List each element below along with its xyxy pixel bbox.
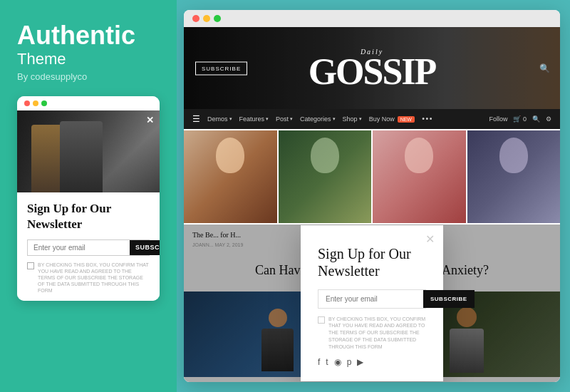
featured-image-2 <box>279 130 372 223</box>
theme-subtitle: Theme <box>17 50 160 68</box>
small-email-input[interactable] <box>28 240 130 255</box>
nav-more-dots[interactable]: ••• <box>422 114 433 125</box>
featured-image-3 <box>373 130 466 223</box>
nav-item-buynow[interactable]: Buy Now NEW <box>369 115 415 123</box>
nav-follow[interactable]: Follow <box>489 115 507 123</box>
hero-section: SUBSCRIBE Daily GOSSIP 🔍 <box>184 27 560 109</box>
modal-overlay[interactable]: ✕ Sign Up for Our Newsletter SUBSCRIBE B… <box>184 225 560 382</box>
face-shape-1 <box>216 138 244 173</box>
dot-green <box>41 100 47 106</box>
content-area: The Be... for H... JOANN... MAY 2, 2019 … <box>184 225 560 382</box>
browser-window: SUBSCRIBE Daily GOSSIP 🔍 ☰ Demos ▾ Featu… <box>184 10 560 382</box>
small-card-titlebar <box>17 96 160 110</box>
browser-dot-green <box>214 15 221 22</box>
face-shape-4 <box>499 138 528 173</box>
site-content: SUBSCRIBE Daily GOSSIP 🔍 ☰ Demos ▾ Featu… <box>184 27 560 382</box>
gossip-text: GOSSIP <box>309 56 436 89</box>
theme-author: By codesupplyco <box>17 71 160 82</box>
nav-search[interactable]: 🔍 <box>532 115 540 123</box>
pinterest-icon[interactable]: p <box>347 357 352 367</box>
small-preview-card: ✕ Sign Up for Our Newsletter SUBSCRIBE B… <box>17 96 160 301</box>
small-checkbox-row: BY CHECKING THIS BOX, YOU CONFIRM THAT Y… <box>27 262 150 294</box>
nav-bar: ☰ Demos ▾ Features ▾ Post ▾ Categories ▾… <box>184 109 560 129</box>
modal-checkbox[interactable] <box>318 316 325 324</box>
twitter-icon[interactable]: t <box>326 357 328 367</box>
nav-item-post[interactable]: Post ▾ <box>276 115 293 123</box>
small-email-row: SUBSCRIBE <box>27 239 150 256</box>
modal-social-icons: f t ◉ p ▶ <box>318 357 426 367</box>
featured-strip <box>184 130 560 223</box>
dot-yellow <box>33 100 38 106</box>
small-newsletter: Sign Up for Our Newsletter SUBSCRIBE BY … <box>17 192 160 301</box>
right-panel: SUBSCRIBE Daily GOSSIP 🔍 ☰ Demos ▾ Featu… <box>177 0 570 392</box>
modal-email-input[interactable] <box>318 290 423 308</box>
nav-left: ☰ Demos ▾ Features ▾ Post ▾ Categories ▾… <box>192 114 433 125</box>
hero-subscribe-button[interactable]: SUBSCRIBE <box>195 61 247 75</box>
person-silhouette-2 <box>60 121 103 192</box>
small-card-image: ✕ <box>17 110 160 192</box>
small-subscribe-button[interactable]: SUBSCRIBE <box>130 240 160 255</box>
nav-item-shop[interactable]: Shop ▾ <box>343 115 362 123</box>
buy-now-badge: NEW <box>398 116 415 123</box>
modal-close-button[interactable]: ✕ <box>425 232 435 246</box>
small-card-content: ✕ Sign Up for Our Newsletter SUBSCRIBE B… <box>17 110 160 301</box>
face-shape-2 <box>311 138 339 173</box>
instagram-icon[interactable]: ◉ <box>334 357 341 367</box>
newsletter-modal: ✕ Sign Up for Our Newsletter SUBSCRIBE B… <box>301 225 443 382</box>
small-newsletter-title: Sign Up for Our Newsletter <box>27 201 150 232</box>
facebook-icon[interactable]: f <box>318 357 320 367</box>
featured-image-1 <box>184 130 277 223</box>
nav-item-demos[interactable]: Demos ▾ <box>207 115 232 123</box>
hamburger-icon[interactable]: ☰ <box>192 114 200 125</box>
small-checkbox-text: BY CHECKING THIS BOX, YOU CONFIRM THAT Y… <box>38 262 150 294</box>
modal-checkbox-text: BY CHECKING THIS BOX, YOU CONFIRM THAT Y… <box>328 316 426 351</box>
modal-title: Sign Up for Our Newsletter <box>318 245 426 279</box>
browser-dot-red <box>192 15 200 22</box>
browser-dot-yellow <box>203 15 210 22</box>
nav-item-features[interactable]: Features ▾ <box>239 115 269 123</box>
nav-settings[interactable]: ⚙ <box>546 115 551 123</box>
small-close-button[interactable]: ✕ <box>146 115 154 125</box>
modal-checkbox-row: BY CHECKING THIS BOX, YOU CONFIRM THAT Y… <box>318 316 426 351</box>
hero-search-icon[interactable]: 🔍 <box>539 63 550 73</box>
modal-email-row: SUBSCRIBE <box>318 289 426 309</box>
nav-item-categories[interactable]: Categories ▾ <box>300 115 336 123</box>
left-panel: Authentic Theme By codesupplyco ✕ Sign U… <box>0 0 177 392</box>
small-checkbox[interactable] <box>27 262 34 269</box>
youtube-icon[interactable]: ▶ <box>357 357 363 367</box>
browser-titlebar <box>184 10 560 27</box>
modal-subscribe-button[interactable]: SUBSCRIBE <box>423 290 475 308</box>
nav-cart[interactable]: 🛒 0 <box>513 115 527 123</box>
featured-image-4 <box>467 130 561 223</box>
nav-right: Follow 🛒 0 🔍 ⚙ <box>489 115 551 123</box>
dot-red <box>24 100 30 106</box>
theme-title: Authentic <box>17 21 160 50</box>
face-shape-3 <box>405 138 433 173</box>
hero-title: Daily GOSSIP <box>309 48 436 89</box>
